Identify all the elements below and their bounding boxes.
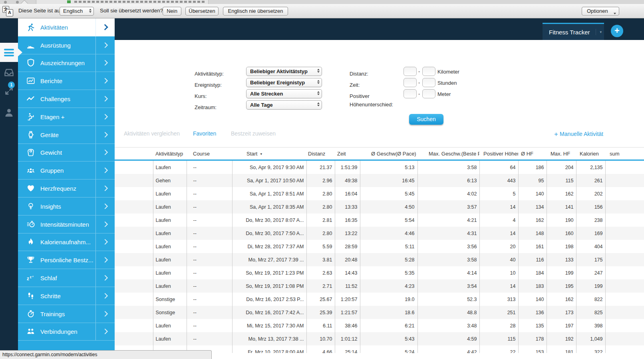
range-max-input[interactable]	[422, 78, 435, 87]
shield-badge-icon	[27, 59, 35, 67]
sidebar-item-pers-nliche-bestz-[interactable]: Persönliche Bestz...	[18, 251, 115, 269]
translate-language-select[interactable]: Englisch	[60, 7, 94, 16]
select-stepper-icon	[317, 80, 320, 84]
activity-row[interactable]: Laufen--So, Mrz 19, 2017 1:08 PM2.7111:5…	[115, 279, 644, 293]
sidebar-item-expand[interactable]	[95, 197, 115, 215]
range-min-input[interactable]	[403, 78, 417, 87]
sidebar-item-expand[interactable]	[95, 180, 115, 197]
column-header-kalorien[interactable]: Kalorien	[576, 148, 605, 160]
sidebar-item-expand[interactable]	[95, 54, 115, 72]
favorites-link[interactable]: Favoriten	[193, 130, 216, 137]
add-button[interactable]: +	[611, 25, 623, 37]
activity-row[interactable]: Laufen--So, Apr 9, 2017 9:30 AM21.371:51…	[115, 160, 644, 174]
sidebar-item-trainings[interactable]: Trainings	[18, 305, 115, 323]
filter-select-1[interactable]: Beliebiger Ereignistyp	[246, 78, 322, 87]
fitness-tracker-tab[interactable]: Fitness Tracker ▾	[543, 23, 604, 40]
activity-row[interactable]: Laufen--So, Mrz 19, 2017 1:23 PM2.6314:4…	[115, 266, 644, 279]
activity-row[interactable]: Laufen--Sa, Apr 1, 2017 8:35 AM2.8013:33…	[115, 200, 644, 213]
translate-never-button[interactable]: Englisch nie übersetzen	[223, 7, 288, 16]
column-header--hf[interactable]: Ø HF	[518, 148, 547, 160]
column-header-positiver-h-her[interactable]: Positiver Höher	[479, 148, 518, 160]
translate-decline-button[interactable]: Nein	[163, 7, 181, 16]
range-min-input[interactable]	[403, 67, 417, 76]
translate-bubble-pointer-icon	[21, 0, 28, 4]
connections-icon	[27, 327, 35, 335]
translate-options-button[interactable]: Optionen	[582, 7, 619, 16]
range-max-input[interactable]	[422, 89, 435, 98]
sidebar-item-herzfrequenz[interactable]: Herzfrequenz	[18, 180, 115, 197]
column-header-max-hf[interactable]: Max. HF	[547, 148, 576, 160]
sidebar-item-insights[interactable]: Insights	[18, 197, 115, 215]
activity-row[interactable]: Laufen--Mi, Mrz 15, 2017 7:30 AM6.1138:4…	[115, 319, 644, 332]
column-header-zeit[interactable]: Zeit	[335, 148, 360, 160]
activity-row[interactable]: Laufen--Di, Mrz 28, 2017 7:37 AM5.5928:5…	[115, 240, 644, 253]
sidebar-item-kalorienaufnahm-[interactable]: Kalorienaufnahm...	[18, 233, 115, 251]
sidebar-item-gewicht[interactable]: Gewicht	[18, 144, 115, 162]
activity-row[interactable]: Sonstige--Do, Mrz 16, 2017 7:42 A...25.3…	[115, 306, 644, 319]
activity-cell: 195	[547, 279, 576, 293]
sidebar-item-label: Schritte	[40, 292, 61, 299]
activity-row[interactable]: Laufen--Mo, Mrz 27, 2017 7:39 ...3.8120:…	[115, 253, 644, 266]
activity-row[interactable]: Laufen--Mo, Mrz 13, 2017 7:38 ...10.701:…	[115, 332, 644, 345]
sidebar-item-challenges[interactable]: Challenges	[18, 90, 115, 108]
filter-select-3[interactable]: Alle Tage	[246, 100, 322, 110]
search-button[interactable]: Suchen	[409, 114, 443, 125]
manual-activity-link[interactable]: +Manuelle Aktivität	[554, 130, 603, 138]
sidebar-item-verbindungen[interactable]: Verbindungen	[18, 323, 115, 341]
activity-cell	[605, 227, 644, 240]
sidebar-item-gruppen[interactable]: Gruppen	[18, 162, 115, 180]
sidebar-item-expand[interactable]	[95, 233, 115, 251]
sidebar-item-berichte[interactable]: Berichte	[18, 72, 115, 90]
activity-row[interactable]: Laufen--Do, Mrz 30, 2017 8:07 A...2.8116…	[115, 213, 644, 227]
sidebar-item-expand[interactable]	[95, 90, 115, 108]
activity-cell: --	[187, 332, 232, 345]
column-header-course[interactable]: Course	[187, 148, 232, 160]
sidebar-item-expand[interactable]	[95, 269, 115, 287]
sidebar-item-expand[interactable]	[95, 251, 115, 269]
sidebar-item-schlaf[interactable]: zzzSchlaf	[18, 269, 115, 287]
column-header-aktivit-tstyp[interactable]: Aktivitätstyp	[153, 148, 187, 160]
row-select-cell	[115, 253, 153, 266]
activity-cell	[605, 187, 644, 200]
sidebar-item-etagen-[interactable]: Etagen +	[18, 108, 115, 126]
activity-cell: 198	[547, 240, 576, 253]
svg-text:z: z	[32, 275, 34, 277]
inbox-tray-icon[interactable]	[4, 67, 14, 78]
translate-button[interactable]: Übersetzen	[185, 7, 219, 16]
chevron-down-icon[interactable]: ▾	[596, 29, 602, 35]
profile-person-icon[interactable]	[4, 107, 14, 118]
row-select-cell	[115, 240, 153, 253]
sidebar-item-expand[interactable]	[95, 215, 115, 233]
sidebar-item-aktivit-ten[interactable]: Aktivitäten	[18, 18, 115, 36]
sidebar-item-expand[interactable]	[95, 144, 115, 162]
sidebar-item-expand[interactable]	[95, 126, 115, 144]
filter-select-0[interactable]: Beliebiger Aktivitätstyp	[246, 67, 322, 76]
sidebar-item-expand[interactable]	[95, 162, 115, 179]
activity-row[interactable]: Sonstige--Do, Mrz 16, 2017 2:53 P...25.6…	[115, 293, 644, 306]
column-header-distanz[interactable]: Distanz	[306, 148, 335, 160]
sidebar-item-expand[interactable]	[95, 18, 115, 36]
filter-select-2[interactable]: Alle Strecken	[246, 89, 322, 98]
sidebar-item-ausr-stung[interactable]: Ausrüstung	[18, 36, 115, 54]
activity-row[interactable]: Laufen--Do, Mrz 30, 2017 7:50 A...2.8013…	[115, 227, 644, 240]
column-header--geschw-pace-[interactable]: Ø Geschw(Ø Pace)	[360, 148, 417, 160]
sidebar-item-auszeichnungen[interactable]: Auszeichnungen	[18, 54, 115, 72]
column-header-max-geschw-beste-pa[interactable]: Max. Geschw.(Beste Pa	[417, 148, 479, 160]
sidebar-item-ger-te[interactable]: Geräte	[18, 126, 115, 144]
range-max-input[interactable]	[422, 67, 435, 76]
column-header-sum[interactable]: sum	[605, 148, 644, 160]
sidebar-item-expand[interactable]	[95, 287, 115, 305]
sidebar-item-expand[interactable]	[95, 323, 115, 341]
activity-row[interactable]: Laufen--Sa, Apr 1, 2017 8:51 AM2.8016:04…	[115, 187, 644, 200]
sidebar-item-label: Insights	[40, 203, 61, 209]
column-header-start[interactable]: Start▾	[232, 148, 306, 160]
range-min-input[interactable]	[403, 89, 417, 98]
sidebar-item-expand[interactable]	[95, 305, 115, 323]
sidebar-item-intensit-tsminuten[interactable]: Intensitätsminuten	[18, 215, 115, 233]
activity-row[interactable]: Gehen--Sa, Apr 1, 2017 10:50 AM2.9649:38…	[115, 174, 644, 187]
menu-toggle[interactable]	[0, 43, 18, 62]
sidebar-item-expand[interactable]	[95, 108, 115, 126]
sidebar-item-expand[interactable]	[95, 36, 115, 54]
sidebar-item-expand[interactable]	[95, 72, 115, 90]
sidebar-item-schritte[interactable]: Schritte	[18, 287, 115, 305]
